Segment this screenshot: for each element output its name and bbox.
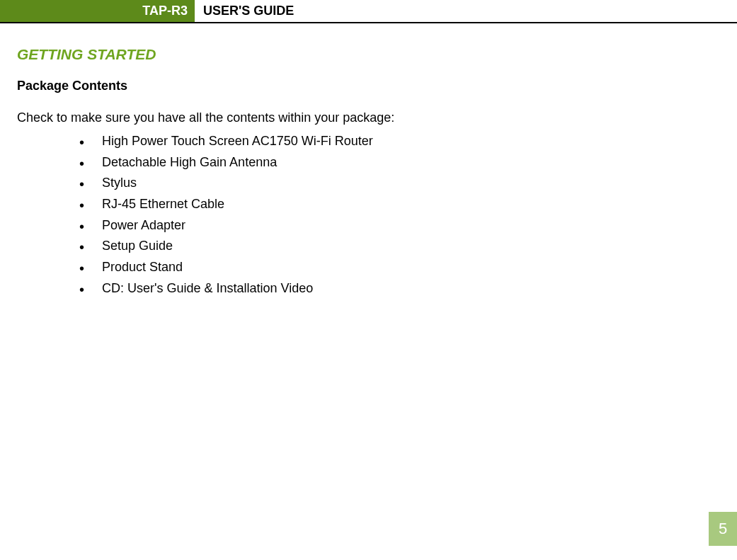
package-contents-list: High Power Touch Screen AC1750 Wi-Fi Rou… [17, 131, 720, 299]
sub-heading: Package Contents [17, 79, 720, 93]
intro-paragraph: Check to make sure you have all the cont… [17, 110, 720, 125]
list-item: Detachable High Gain Antenna [79, 152, 720, 173]
list-item: Product Stand [79, 257, 720, 278]
page-number-text: 5 [719, 520, 727, 538]
document-title: USER'S GUIDE [195, 0, 294, 22]
section-heading: GETTING STARTED [17, 46, 720, 63]
list-item: High Power Touch Screen AC1750 Wi-Fi Rou… [79, 131, 720, 152]
document-header: TAP-R3 USER'S GUIDE [0, 0, 737, 23]
document-title-text: USER'S GUIDE [203, 4, 294, 18]
page-number-badge: 5 [709, 512, 737, 546]
product-code-badge: TAP-R3 [0, 0, 195, 22]
list-item: Power Adapter [79, 215, 720, 236]
page-content: GETTING STARTED Package Contents Check t… [0, 46, 737, 299]
product-code-text: TAP-R3 [142, 4, 188, 18]
list-item: CD: User's Guide & Installation Video [79, 278, 720, 299]
list-item: Setup Guide [79, 236, 720, 257]
list-item: RJ-45 Ethernet Cable [79, 194, 720, 215]
list-item: Stylus [79, 173, 720, 194]
